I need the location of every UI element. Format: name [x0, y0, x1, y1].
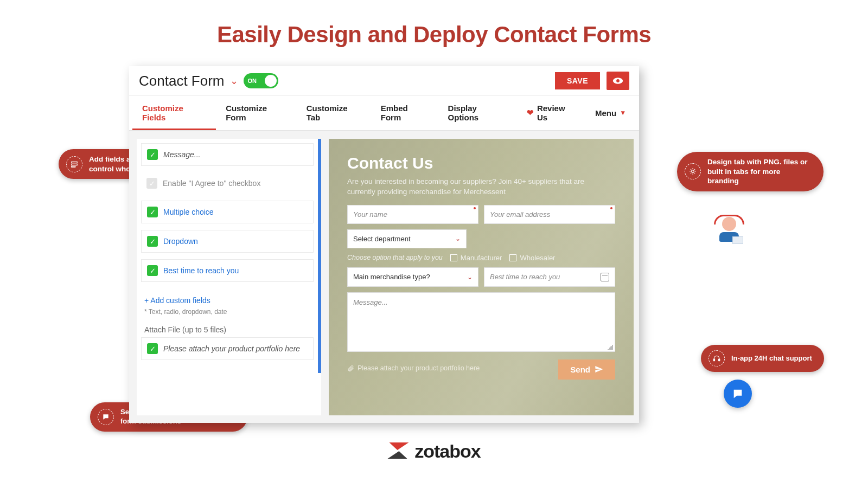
tab-customize-fields[interactable]: Customize Fields — [132, 96, 216, 130]
field-label: Multiple choice — [163, 208, 214, 216]
chat-bubble-icon — [732, 388, 744, 400]
tab-row: Customize Fields Customize Form Customiz… — [129, 96, 639, 131]
required-dot-icon — [610, 207, 612, 209]
callout-design-tab: Design tab with PNG. files or built in t… — [677, 152, 824, 191]
message-textarea[interactable]: Message... — [347, 292, 615, 352]
app-window: Contact Form ⌄ ON SAVE Customize Fields … — [129, 66, 639, 423]
field-item-multiple-choice[interactable]: ✓ Multiple choice — [141, 201, 314, 223]
topbar: Contact Form ⌄ ON SAVE — [129, 66, 639, 96]
save-button[interactable]: SAVE — [555, 72, 600, 89]
paper-plane-icon — [595, 365, 603, 374]
tab-label: Menu — [595, 108, 616, 118]
option-label: Wholesaler — [520, 254, 555, 262]
svg-rect-11 — [719, 359, 720, 361]
form-fields-icon — [66, 156, 82, 172]
check-icon: ✓ — [147, 236, 158, 247]
chat-launcher-button[interactable] — [724, 380, 752, 408]
gear-badge-icon — [685, 163, 701, 179]
option-manufacturer[interactable]: Manufacturer — [450, 254, 502, 262]
tab-embed-form[interactable]: Embed Form — [371, 96, 438, 130]
paperclip-icon — [347, 365, 354, 372]
eye-icon — [612, 77, 623, 85]
placeholder-text: Your name — [353, 210, 387, 219]
zotabox-logo-icon — [387, 440, 409, 462]
department-select[interactable]: Select department ⌄ — [347, 229, 467, 248]
send-button[interactable]: Send — [558, 359, 615, 380]
svg-rect-6 — [72, 162, 78, 163]
toggle-knob — [265, 75, 277, 87]
tab-customize-form[interactable]: Customize Form — [216, 96, 297, 130]
tab-customize-tab[interactable]: Customize Tab — [297, 96, 371, 130]
placeholder-text: Message... — [353, 298, 388, 306]
fields-scroll[interactable]: ✓ Message... ✓ Enable "I Agree to" check… — [137, 139, 321, 373]
email-input[interactable]: Your email address — [484, 205, 615, 224]
add-custom-fields-link[interactable]: + Add custom fields — [141, 288, 314, 307]
callout-support: In-app 24H chat support — [701, 345, 824, 372]
name-input[interactable]: Your name — [347, 205, 478, 224]
workspace: ✓ Message... ✓ Enable "I Agree to" check… — [129, 131, 639, 423]
svg-point-13 — [616, 79, 620, 82]
form-preview: Contact Us Are you interested in becomin… — [329, 139, 634, 415]
check-icon: ✓ — [147, 207, 158, 217]
required-dot-icon — [474, 207, 476, 209]
callout-text: In-app 24H chat support — [731, 354, 812, 363]
tab-menu[interactable]: Menu ▼ — [585, 96, 636, 130]
placeholder-text: Best time to reach you — [490, 273, 560, 281]
field-item-message[interactable]: ✓ Message... — [141, 143, 314, 166]
placeholder-text: Your email address — [490, 210, 550, 219]
headset-icon — [709, 350, 725, 367]
checkbox-icon — [450, 254, 457, 261]
attach-text: Please attach your product portfolio her… — [358, 364, 480, 372]
preview-title: Contact Us — [347, 154, 615, 172]
field-item-best-time[interactable]: ✓ Best time to reach you — [141, 259, 314, 282]
field-label: Dropdown — [163, 237, 198, 246]
check-icon: ✓ — [147, 343, 158, 354]
svg-rect-7 — [72, 164, 78, 165]
calendar-icon — [601, 273, 609, 281]
check-icon: ✓ — [147, 265, 158, 276]
tab-display-options[interactable]: Display Options — [438, 96, 517, 130]
caret-down-icon: ⌄ — [455, 235, 461, 242]
select-value: Select department — [353, 235, 411, 243]
tab-review-us[interactable]: ❤ Review Us — [517, 96, 585, 130]
choose-options-label: Choose option that apply to you Manufact… — [347, 254, 615, 262]
chat-icon — [98, 409, 114, 425]
section-title: Contact Form — [139, 73, 225, 89]
field-item-agree[interactable]: ✓ Enable "I Agree to" checkbox — [141, 172, 314, 194]
chevron-down-icon[interactable]: ⌄ — [230, 75, 238, 87]
attach-section-label: Attach File (up to 5 files) — [141, 323, 314, 337]
best-time-input[interactable]: Best time to reach you — [484, 267, 615, 287]
caret-down-icon: ⌄ — [467, 273, 473, 281]
send-label: Send — [570, 365, 590, 374]
checkbox-icon — [509, 254, 516, 261]
preview-subtitle: Are you interested in becoming our suppl… — [347, 177, 586, 197]
label-text: Choose option that apply to you — [347, 254, 443, 261]
field-label: Message... — [163, 150, 200, 159]
brand-name: zotabox — [414, 441, 480, 462]
field-item-dropdown[interactable]: ✓ Dropdown — [141, 230, 314, 253]
merchandise-type-select[interactable]: Main merchandise type? ⌄ — [347, 267, 478, 287]
select-value: Main merchandise type? — [353, 273, 430, 281]
check-icon: ✓ — [146, 178, 157, 189]
field-label: Enable "I Agree to" checkbox — [163, 179, 260, 188]
option-label: Manufacturer — [461, 254, 502, 262]
custom-fields-hint: * Text, radio, dropdown, date — [141, 307, 314, 323]
fields-panel: ✓ Message... ✓ Enable "I Agree to" check… — [137, 139, 321, 415]
tab-label: Review Us — [537, 104, 576, 122]
preview-button[interactable] — [607, 72, 629, 90]
callout-text: Design tab with PNG. files or built in t… — [707, 157, 812, 186]
svg-rect-10 — [713, 359, 714, 361]
heart-icon: ❤ — [527, 108, 534, 118]
field-item-attach[interactable]: ✓ Please attach your product portfolio h… — [141, 337, 314, 360]
field-label: Best time to reach you — [163, 266, 239, 275]
svg-rect-8 — [72, 166, 75, 167]
caret-down-icon: ▼ — [620, 109, 626, 117]
support-agent-avatar — [716, 217, 742, 243]
option-wholesaler[interactable]: Wholesaler — [509, 254, 555, 262]
toggle-label: ON — [248, 78, 257, 84]
attach-hint[interactable]: Please attach your product portfolio her… — [347, 364, 480, 372]
brand-footer: zotabox — [0, 440, 868, 462]
page-headline: Easily Design and Deploy Contact Forms — [0, 22, 868, 48]
enable-toggle[interactable]: ON — [244, 73, 278, 88]
resize-handle-icon[interactable] — [608, 344, 613, 350]
